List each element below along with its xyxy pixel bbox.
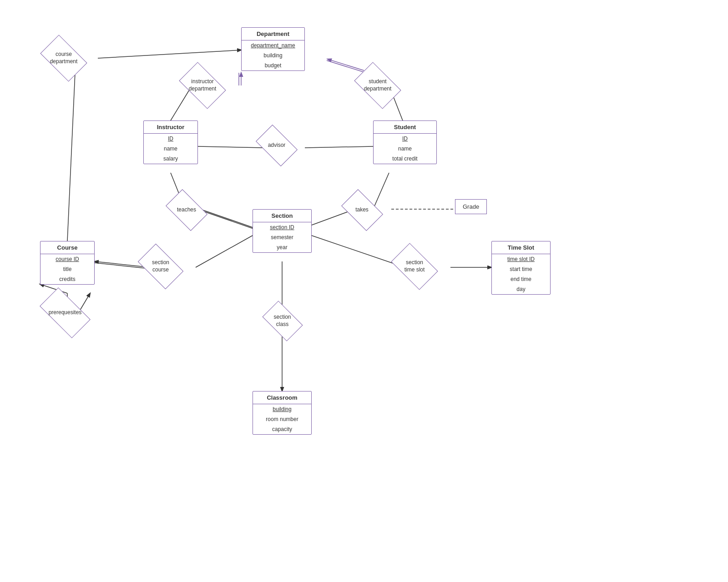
relationship-student-department-label: studentdepartment bbox=[362, 78, 394, 92]
entity-timeslot-attr-2: end time bbox=[492, 274, 550, 284]
grade-box: Grade bbox=[455, 199, 487, 214]
entity-instructor-attr-0: ID bbox=[144, 134, 197, 144]
entity-section-attr-2: year bbox=[253, 242, 311, 252]
relationship-takes-label: takes bbox=[354, 206, 370, 214]
entity-section-attr-1: semester bbox=[253, 232, 311, 242]
entity-timeslot: Time Slot time slot ID start time end ti… bbox=[491, 241, 551, 295]
entity-instructor-attr-2: salary bbox=[144, 154, 197, 164]
relationship-teaches: teaches bbox=[164, 195, 209, 226]
relationship-prerequesites-label: prerequesites bbox=[47, 309, 84, 316]
relationship-teaches-label: teaches bbox=[175, 206, 198, 214]
entity-timeslot-attr-1: start time bbox=[492, 264, 550, 274]
entity-course-attr-2: credits bbox=[40, 274, 94, 284]
relationship-student-department: studentdepartment bbox=[350, 67, 405, 104]
relationship-takes: takes bbox=[340, 195, 384, 226]
relationship-course-department: coursedepartment bbox=[36, 40, 91, 76]
relationship-prerequesites: prerequesites bbox=[35, 296, 95, 330]
er-diagram: Department department_name building budg… bbox=[0, 0, 728, 582]
entity-classroom-attr-0: building bbox=[253, 404, 311, 414]
entity-timeslot-attr-3: day bbox=[492, 284, 550, 294]
relationship-section-course: sectioncourse bbox=[136, 249, 186, 284]
entity-student-title: Student bbox=[374, 121, 436, 133]
entity-department-title: Department bbox=[242, 28, 304, 40]
entity-course-attr-0: course ID bbox=[40, 254, 94, 264]
svg-line-1 bbox=[67, 73, 75, 241]
entity-course-attr-1: title bbox=[40, 264, 94, 274]
svg-line-10 bbox=[171, 173, 180, 196]
entity-student-attr-1: name bbox=[374, 144, 436, 154]
entity-student-attr-2: total credit bbox=[374, 154, 436, 164]
entity-section: Section section ID semester year bbox=[253, 209, 312, 253]
relationship-advisor: advisor bbox=[254, 130, 299, 161]
relationship-course-department-label: coursedepartment bbox=[48, 51, 80, 65]
svg-line-0 bbox=[98, 50, 241, 58]
entity-instructor: Instructor ID name salary bbox=[143, 120, 198, 164]
entity-classroom-attr-1: room number bbox=[253, 414, 311, 424]
entity-course: Course course ID title credits bbox=[40, 241, 95, 285]
relationship-section-class: sectionclass bbox=[261, 306, 304, 336]
entity-timeslot-title: Time Slot bbox=[492, 241, 550, 254]
relationship-section-course-label: sectioncourse bbox=[150, 259, 171, 273]
relationship-advisor-label: advisor bbox=[266, 142, 288, 149]
entity-course-title: Course bbox=[40, 241, 94, 254]
entity-timeslot-attr-0: time slot ID bbox=[492, 254, 550, 264]
relationship-section-timeslot-label: sectiontime slot bbox=[403, 259, 427, 273]
relationship-section-timeslot: sectiontime slot bbox=[389, 249, 440, 284]
relationship-instructor-department: instructordepartment bbox=[175, 67, 230, 104]
entity-department: Department department_name building budg… bbox=[241, 27, 305, 71]
entity-student: Student ID name total credit bbox=[373, 120, 437, 164]
svg-line-16 bbox=[196, 236, 253, 267]
entity-classroom-title: Classroom bbox=[253, 391, 311, 404]
entity-classroom: Classroom building room number capacity bbox=[253, 391, 312, 435]
entity-section-title: Section bbox=[253, 210, 311, 222]
relationship-instructor-department-label: instructordepartment bbox=[187, 78, 218, 92]
entity-department-attr-0: department_name bbox=[242, 40, 304, 50]
entity-department-attr-1: building bbox=[242, 50, 304, 60]
entity-student-attr-0: ID bbox=[374, 134, 436, 144]
entity-department-attr-2: budget bbox=[242, 60, 304, 70]
grade-label: Grade bbox=[463, 203, 479, 210]
entity-section-attr-0: section ID bbox=[253, 222, 311, 232]
entity-instructor-attr-1: name bbox=[144, 144, 197, 154]
svg-line-9 bbox=[305, 146, 373, 148]
relationship-section-class-label: sectionclass bbox=[272, 314, 293, 328]
entity-instructor-title: Instructor bbox=[144, 121, 197, 133]
entity-classroom-attr-2: capacity bbox=[253, 424, 311, 434]
